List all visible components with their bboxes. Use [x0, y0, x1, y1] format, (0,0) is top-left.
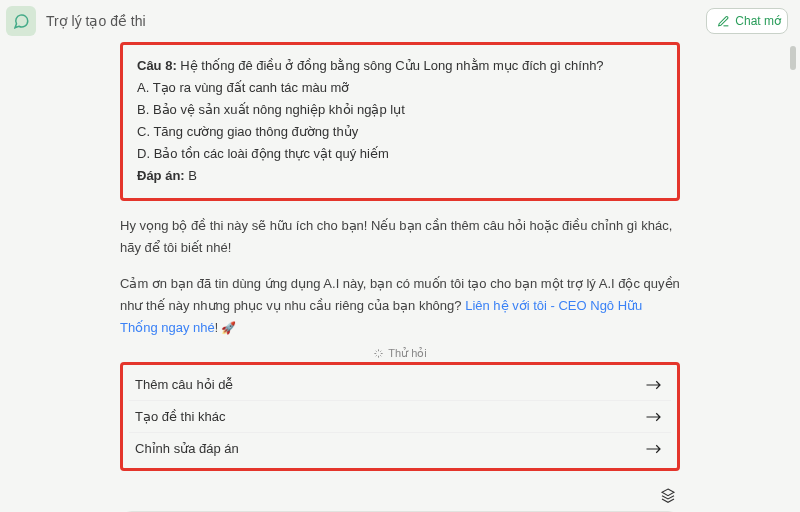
- topbar-left: Trợ lý tạo đề thi: [6, 6, 146, 36]
- page-title: Trợ lý tạo đề thi: [46, 13, 146, 29]
- stack-toggle[interactable]: [120, 485, 680, 511]
- suggestion-label: Thêm câu hỏi dễ: [135, 377, 233, 392]
- new-chat-label: Chat mớ: [735, 14, 781, 28]
- suggestions-block: Thêm câu hỏi dễ Tạo đề thi khác Chỉnh sử…: [120, 362, 680, 471]
- question-label: Câu 8:: [137, 58, 177, 73]
- promo-text: Cảm ơn bạn đã tin dùng ứng dụng A.I này,…: [120, 273, 680, 339]
- app-icon[interactable]: [6, 6, 36, 36]
- main-column: Câu 8: Hệ thống đê điều ở đồng bằng sông…: [120, 42, 680, 512]
- suggestion-label: Tạo đề thi khác: [135, 409, 225, 424]
- promo-tail: ! 🚀: [215, 321, 237, 335]
- option-a: A. Tạo ra vùng đất canh tác màu mỡ: [137, 77, 663, 99]
- arrow-right-icon: [645, 378, 663, 392]
- chat-bubble-icon: [12, 12, 30, 30]
- closing-text: Hy vọng bộ đề thi này sẽ hữu ích cho bạn…: [120, 215, 680, 259]
- scrollbar[interactable]: [790, 46, 798, 496]
- suggestion-label: Chỉnh sửa đáp án: [135, 441, 239, 456]
- question-prompt: Câu 8: Hệ thống đê điều ở đồng bằng sông…: [137, 55, 663, 77]
- scrollbar-thumb[interactable]: [790, 46, 796, 70]
- new-chat-button[interactable]: Chat mớ: [706, 8, 788, 34]
- suggestion-item[interactable]: Chỉnh sửa đáp án: [129, 432, 671, 464]
- answer-line: Đáp án: B: [137, 165, 663, 187]
- suggestion-item[interactable]: Tạo đề thi khác: [129, 400, 671, 432]
- option-d: D. Bảo tồn các loài động thực vật quý hi…: [137, 143, 663, 165]
- option-c: C. Tăng cường giao thông đường thủy: [137, 121, 663, 143]
- option-b: B. Bảo vệ sản xuất nông nghiệp khỏi ngập…: [137, 99, 663, 121]
- answer-value: B: [188, 168, 197, 183]
- topbar: Trợ lý tạo đề thi Chat mớ: [0, 0, 800, 42]
- arrow-right-icon: [645, 442, 663, 456]
- try-it-label: Thử hỏi: [120, 347, 680, 360]
- sparkle-icon: [373, 348, 384, 359]
- layers-icon: [660, 487, 676, 503]
- question-text: Hệ thống đê điều ở đồng bằng sông Cửu Lo…: [180, 58, 603, 73]
- answer-label: Đáp án:: [137, 168, 185, 183]
- suggestion-item[interactable]: Thêm câu hỏi dễ: [129, 369, 671, 400]
- arrow-right-icon: [645, 410, 663, 424]
- question-block: Câu 8: Hệ thống đê điều ở đồng bằng sông…: [120, 42, 680, 201]
- edit-icon: [717, 15, 730, 28]
